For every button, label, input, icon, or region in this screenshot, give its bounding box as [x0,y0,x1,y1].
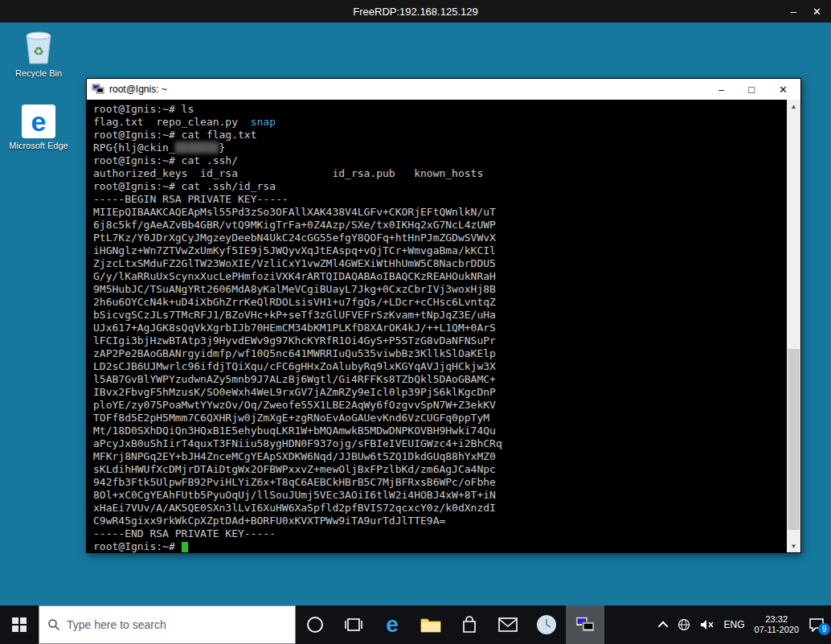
terminal-line: IBvx2FbvgF5hMzusK/SO0eWxh4WeL9rxGV7jAZmR… [93,386,800,399]
terminal-line: Mt/18D0SXhDQiQn3HQxB1E5ehybuqLKR1W+bMQAm… [93,425,800,437]
putty-icon [92,83,104,96]
recycle-bin-icon: ♻ [21,29,56,66]
terminal-line: sKLdihHWUfXcDMjrDTAiDtgWx2OFBWPxxvZ+mewO… [93,463,800,476]
terminal-line: LD2sCJB6UJMwrlc96ifdjTQiXqu/cFC6gHHxZoAl… [93,360,800,373]
edge-glyph: e [31,108,47,135]
scrollbar-thumb[interactable] [788,349,800,530]
terminal-line: root@Ignis:~# ls [93,103,800,116]
mail-icon [498,617,518,632]
scroll-up-icon[interactable]: ▲ [787,100,800,113]
tray-time: 23:32 [755,614,799,625]
recycle-glyph: ♻ [33,44,43,58]
terminal-line: xHaEi7VUv/A/AK5QE0SXn3lLvI6XuHW6XaSpfld2… [93,502,800,515]
tray-clock[interactable]: 23:32 07-11-2020 [755,614,799,635]
terminal-line: 6j8c5kf/gAeAZvBb4GBR/vtQ9MKigTrFa+0Z4Azp… [93,219,800,232]
window-minimize-button[interactable]: – [791,6,796,18]
store-bag-icon [461,615,478,634]
terminal-line: MIIEpQIBAAKCAQEApMsl55Pd3zSo3OFAllXAK438… [93,206,800,219]
search-box[interactable] [39,605,296,644]
terminal-title: root@Ignis: ~ [109,84,167,95]
terminal-line: flag.txt repo_clean.py snap [93,116,800,129]
terminal-line: -----END RSA PRIVATE KEY----- [93,527,800,540]
store-button[interactable] [450,605,489,644]
terminal-line: 2h6u6OYCcN4k+uD4iXbGhZrrKeQlRDOLsisVH1+u… [93,296,800,309]
desktop-icon-label: Recycle Bin [15,68,62,79]
freerdp-window-controls: – ✕ [791,0,821,23]
terminal-maximize-button[interactable]: □ [748,84,755,96]
terminal-line: root@Ignis:~# cat .ssh/id_rsa [93,180,800,193]
search-icon [47,618,60,631]
terminal-line: lFCIgi3bjHzwBTAtp3j9HyvdEWv9g97KhcKYRfR1… [93,334,800,347]
terminal-window: root@Ignis: ~ – □ ✕ root@Ignis:~# lsflag… [86,78,801,553]
desktop-icon-recycle-bin[interactable]: ♻ Recycle Bin [8,29,69,79]
screen: { "window": { "title": "FreeRDP:192.168.… [0,0,831,644]
volume-muted-icon[interactable] [700,618,714,631]
edge-icon: e [386,613,399,636]
terminal-line: C9wR45gixx9rkWkCpXZptDAd+BORFU0xKVXTPWw9… [93,515,800,527]
chevron-up-icon[interactable] [657,621,668,631]
terminal-line: l5AB7GvBlYWPYzudwnAZy5mnb9J7ALzBj6Wgtl/G… [93,373,800,386]
terminal-line: G/y/lKaRRuUxScynxXucLePHmfoziVXK4rARTQID… [93,270,800,283]
terminal-line: 942fb3Ftk5UlpwFB92PviHLYiZ6x+T8qC6AEBCkH… [93,476,800,489]
terminal-line: root@Ignis:~# cat .ssh/ [93,154,800,167]
terminal-line: aPcyJxB0uShIirT4quxT3FNiiu58ygHDN0F937oj… [93,437,800,450]
windows-logo-icon [12,617,27,632]
taskbar: e [0,605,831,644]
terminal-line: authorized_keys id_rsa id_rsa.pub known_… [93,167,800,180]
mail-button[interactable] [489,605,527,644]
window-close-button[interactable]: ✕ [813,6,821,18]
desktop: ♻ Recycle Bin e Microsoft Edge root@Igni… [0,23,831,605]
cortana-button[interactable] [296,605,334,644]
terminal-lines: root@Ignis:~# lsflag.txt repo_clean.py s… [87,100,800,552]
cortana-icon [305,615,325,634]
task-view-button[interactable] [334,605,373,644]
start-button[interactable] [0,605,39,644]
action-center-button[interactable]: 9 [808,617,825,632]
terminal-line: iHGNglz+Wn7ZTVwZxUmKyf5IE9j5JWQyvXqJtEAs… [93,244,800,257]
desktop-icon-microsoft-edge[interactable]: e Microsoft Edge [8,105,69,151]
terminal-content[interactable]: root@Ignis:~# lsflag.txt repo_clean.py s… [87,100,800,552]
clock-icon [536,614,557,635]
terminal-close-button[interactable]: ✕ [779,84,788,96]
freerdp-title: FreeRDP:192.168.125.129 [353,6,477,18]
terminal-window-controls: – □ ✕ [718,84,796,96]
putty-taskbar-button[interactable] [566,605,604,644]
putty-icon [575,614,596,635]
notification-badge: 9 [818,623,830,635]
scroll-down-icon[interactable]: ▼ [787,539,800,552]
terminal-line: 9M5HubJC/TSuANgYRt2606MdA8yKalMeVCgiBUay… [93,283,800,296]
terminal-line: ploYE/zy075PoaMwtYYwzOv/Oq/Zweofe55X1LBE… [93,399,800,412]
network-globe-icon[interactable] [677,618,690,631]
edge-icon: e [22,105,55,138]
terminal-line: root@Ignis:~# [93,540,800,552]
search-input[interactable] [67,618,287,631]
terminal-line: zAP2Pe2BAoGBANrgyidmfp/wf10Q5nc641MWRRIu… [93,347,800,360]
freerdp-titlebar: FreeRDP:192.168.125.129 – ✕ [0,0,831,23]
terminal-line: -----BEGIN RSA PRIVATE KEY----- [93,193,800,206]
terminal-line: MFKrj8NPGq2EY+bJH4ZnceMCgYEApSXDKW6Nqd/J… [93,450,800,463]
clock-app-button[interactable] [527,605,566,644]
terminal-line: UJx617+AgJGK8sQqVkXgrbIJb70HEmCM34bKM1PL… [93,322,800,334]
language-indicator[interactable]: ENG [724,619,745,630]
terminal-line: ZjzcLtxSMduFZ2GlTW23WoXIE/VzliCxY1vwZMl4… [93,257,800,270]
system-tray: ENG 23:32 07-11-2020 9 [661,605,831,644]
folder-icon [420,616,441,634]
file-explorer-button[interactable] [411,605,450,644]
terminal-minimize-button[interactable]: – [718,84,724,96]
terminal-line: RPG{hlj@ckin_▒▒▒▒▒▒▒} [93,142,800,154]
desktop-icon-label: Microsoft Edge [9,141,68,151]
terminal-titlebar[interactable]: root@Ignis: ~ – □ ✕ [87,79,800,100]
terminal-line: PtL7Kz/Y0JDrXgCyJMgzeyDeebN4UkC24cGG55ef… [93,232,800,244]
terminal-scrollbar[interactable]: ▲ ▼ [787,100,800,552]
terminal-line: bSicvgSCzJLs7TMcRFJ1/BZoVHc+kP+seTf3zGlU… [93,309,800,322]
terminal-line: TOFf8d5E2pH5Mmm7C6QXHRjw0jZmXgE+zgRNoEvA… [93,412,800,425]
terminal-line: 8Ol+xC0CgYEAhFUtb5PyuOqUj/llSouJUmj5VEc3… [93,489,800,502]
task-view-icon [344,617,363,633]
terminal-line: root@Ignis:~# cat flag.txt [93,129,800,142]
taskbar-edge-button[interactable]: e [373,605,411,644]
tray-date: 07-11-2020 [755,625,799,635]
